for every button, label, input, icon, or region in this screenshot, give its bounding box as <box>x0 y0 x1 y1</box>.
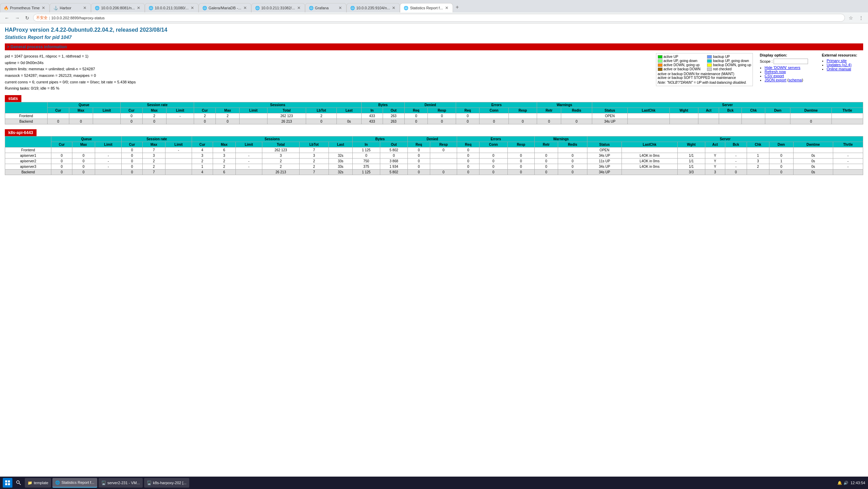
json-export-link[interactable]: JSON export <box>765 78 786 82</box>
tab-grafana[interactable]: 🌐 Grafana ✕ <box>305 3 346 12</box>
k8s-col-name <box>5 136 51 147</box>
col-sessions-header: Sessions <box>194 102 362 108</box>
legend-backup-up: backup UP <box>707 55 751 59</box>
new-tab-button[interactable]: + <box>453 2 462 12</box>
tab-3[interactable]: 🌐 10.0.0.206:8081/n... ✕ <box>91 3 145 12</box>
stats-backend-row: Backend 00 00 0026 21300s 433263 00 000 … <box>5 119 863 124</box>
legend-color-active-up-going-down <box>658 59 663 63</box>
back-button[interactable]: ← <box>3 14 11 22</box>
legend-color-active-down-going-up <box>658 63 663 67</box>
tab-close-4[interactable]: ✕ <box>190 6 195 10</box>
tab-close-3[interactable]: ✕ <box>136 6 141 10</box>
legend-active-backup-down: active or backup DOWN <box>658 67 702 71</box>
col-sv-bck: Bck <box>719 108 742 113</box>
col-b-out: Out <box>383 108 404 113</box>
k8s-apiserver1-row: apiserver1 00- 03 33-3332s 00 0 000 00 3… <box>5 153 863 159</box>
hide-down-link[interactable]: Hide 'DOWN' servers <box>765 65 800 70</box>
stats-frontend-label: Frontend <box>5 113 48 119</box>
col-sv-lastchk: LastChk <box>628 108 669 113</box>
legend-active-down-going-up: active DOWN, going up <box>658 63 702 67</box>
stats-report-title: Statistics Report for pid 1047 <box>5 34 863 40</box>
legend-backup-up-going-down: backup UP, going down <box>707 59 751 63</box>
tab-close-galera[interactable]: ✕ <box>243 6 248 10</box>
legend-not-checked: not checked <box>707 67 751 71</box>
tab-harbor[interactable]: ⚓ Harbor ✕ <box>50 3 91 12</box>
tab-8[interactable]: 🌐 10.0.0.235:9104/n... ✕ <box>346 3 400 12</box>
col-s-last: Last <box>337 108 362 113</box>
menu-button[interactable]: ⋮ <box>857 14 865 22</box>
tab-title-galera: Galera/MariaDB -... <box>209 6 241 10</box>
tab-title-grafana: Grafana <box>315 6 336 10</box>
scope-label: Scope : <box>760 59 773 63</box>
col-q-cur: Cur <box>47 108 69 113</box>
tab-title-6: 10.0.0.211:31082/... <box>261 6 295 10</box>
col-sv-dwntme: Dwntme <box>790 108 832 113</box>
tab-6[interactable]: 🌐 10.0.0.211:31082/... ✕ <box>251 3 305 12</box>
col-s-total: Total <box>267 108 306 113</box>
col-w-redis: Redis <box>561 108 592 113</box>
tab-4[interactable]: 🌐 10.0.0.211:31080/... ✕ <box>145 3 199 12</box>
col-sr-cur: Cur <box>121 108 142 113</box>
col-sr-max: Max <box>142 108 166 113</box>
legend-color-active-backup-down <box>658 68 663 71</box>
tab-icon-harbor: ⚓ <box>53 6 58 10</box>
general-info-text: pid = 1047 (process #1, nbproc = 1, nbth… <box>5 53 136 92</box>
tab-title-prometheus: Prometheus Time <box>10 6 40 10</box>
col-denied-header: Denied <box>404 102 456 108</box>
col-sv-act: Act <box>698 108 719 113</box>
display-option-label: Display option: <box>760 53 815 57</box>
tab-title-8: 10.0.0.235:9104/n... <box>356 6 390 10</box>
tab-close-prometheus[interactable]: ✕ <box>41 6 46 10</box>
col-server-header: Server <box>592 102 863 108</box>
tab-galera[interactable]: 🌐 Galera/MariaDB -... ✕ <box>199 3 251 12</box>
csv-export-link[interactable]: CSV export <box>765 74 784 78</box>
legend-color-backup-up <box>707 55 712 59</box>
main-content: HAProxy version 2.4.22-0ubuntu0.22.04.2,… <box>0 23 868 183</box>
security-warning: 不安全 <box>36 15 48 20</box>
col-sv-status: Status <box>592 108 628 113</box>
tab-close-stats[interactable]: ✕ <box>444 6 449 10</box>
stats-backend-label: Backend <box>5 119 48 124</box>
col-s-max: Max <box>216 108 240 113</box>
address-bar: ← → ↻ 不安全 | 10.0.0.202:8899/haproxy-stat… <box>0 12 868 23</box>
tab-title-4: 10.0.0.211:31080/... <box>155 6 189 10</box>
bookmark-button[interactable]: ☆ <box>847 14 855 22</box>
tab-stats[interactable]: 🌐 Statistics Report f... ✕ <box>400 3 453 12</box>
k8s-apiserver2-row: apiserver2 00- 02 22-2233s 7503 868 0 00… <box>5 159 863 164</box>
refresh-now-link[interactable]: Refresh now <box>765 70 786 74</box>
legend-soft-stopped: active or backup SOFT STOPPED for mainte… <box>658 76 751 80</box>
primary-site-link[interactable]: Primary site <box>827 59 847 63</box>
k8s-section: k8s-api-6443 Queue Session rate Sessions… <box>5 129 863 175</box>
stats-section: stats Queue Session rate Sessions Bytes … <box>5 95 863 124</box>
stats-frontend-row: Frontend 02- 22262 1232 433263 00 0 OPEN <box>5 113 863 119</box>
tab-close-harbor[interactable]: ✕ <box>82 6 87 10</box>
col-errors-header: Errors <box>456 102 537 108</box>
col-sv-dwn: Dwn <box>765 108 790 113</box>
tab-title-3: 10.0.0.206:8081/n... <box>101 6 135 10</box>
col-s-cur: Cur <box>194 108 216 113</box>
tab-close-8[interactable]: ✕ <box>391 6 396 10</box>
updates-link[interactable]: Updates (v2.4) <box>827 63 851 67</box>
schema-link[interactable]: schema <box>789 78 802 82</box>
tab-close-6[interactable]: ✕ <box>296 6 301 10</box>
col-e-conn: Conn <box>480 108 509 113</box>
tab-title-stats: Statistics Report f... <box>410 6 443 10</box>
scope-input[interactable] <box>774 59 808 64</box>
k8s-section-title: k8s-api-6443 <box>5 129 37 136</box>
col-sv-thrtle: Thrtle <box>832 108 863 113</box>
legend-color-backup-up-going-down <box>707 59 712 63</box>
reload-button[interactable]: ↻ <box>23 14 31 22</box>
online-manual-link[interactable]: Online manual <box>827 67 851 71</box>
col-w-retr: Retr <box>537 108 561 113</box>
col-name <box>5 102 48 113</box>
col-sr-limit: Limit <box>166 108 194 113</box>
forward-button[interactable]: → <box>13 14 21 22</box>
tab-prometheus[interactable]: 🔥 Prometheus Time ✕ <box>0 3 50 12</box>
col-q-max: Max <box>69 108 93 113</box>
tab-close-grafana[interactable]: ✕ <box>338 6 343 10</box>
k8s-apiserver3-row: apiserver3 00- 02 12-2233s 3751 934 0 00… <box>5 164 863 170</box>
general-section-header[interactable]: > General process information <box>5 43 863 50</box>
tab-icon-galera: 🌐 <box>202 6 207 10</box>
col-bytes-header: Bytes <box>361 102 404 108</box>
col-s-lbtot: LbTot <box>306 108 337 113</box>
